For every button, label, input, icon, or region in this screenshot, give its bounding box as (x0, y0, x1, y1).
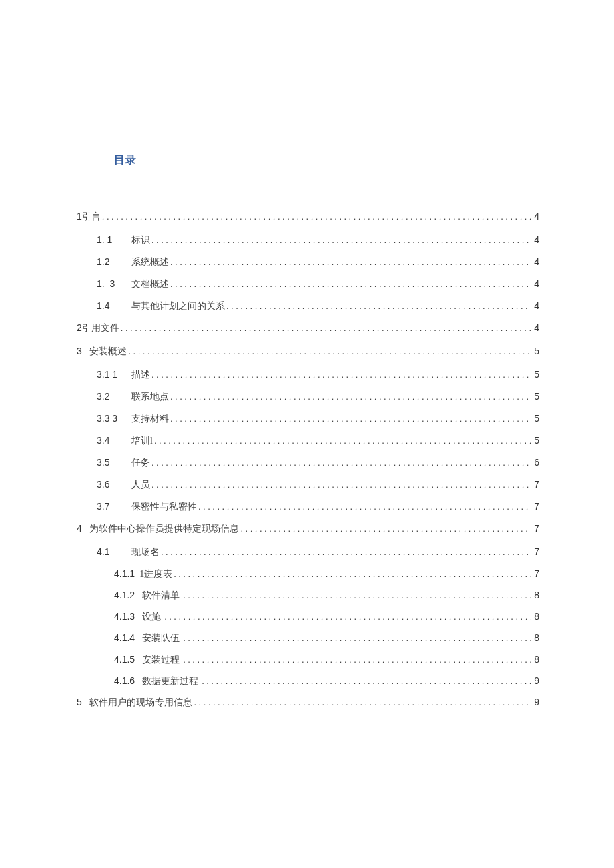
toc-entry-page: 5 (531, 436, 539, 445)
toc-leader-dots (163, 612, 531, 621)
toc-leader-dots (182, 634, 531, 642)
toc-entry-page: 8 (531, 633, 539, 642)
document-page: 目录 1引言41. 1标识41.2系统概述41. 3文档概述41.4与其他计划之… (0, 0, 614, 868)
toc-entry-page: 7 (531, 524, 539, 533)
toc-entry: 1.2系统概述4 (77, 257, 539, 267)
toc-entry-number: 4.1.3 (114, 612, 135, 621)
toc-entry-page: 7 (531, 569, 539, 578)
toc-entry-number: 1. 3 (97, 279, 131, 288)
toc-entry-page: 6 (531, 458, 539, 467)
toc-entry-number: 4.1.1 (114, 569, 135, 578)
toc-entry: 3.5任务6 (77, 458, 539, 468)
toc-entry-label: 描述 (131, 370, 150, 380)
toc-entry: 1. 3文档概述4 (77, 279, 539, 289)
toc-entry-page: 4 (531, 301, 539, 310)
toc-entry: 4.1.5 安装过程 8 (77, 655, 539, 665)
toc-entry-label: 与其他计划之间的关系 (131, 302, 225, 311)
toc-entry-label: 保密性与私密性 (131, 502, 197, 512)
toc-entry-number: 4.1.5 (114, 655, 135, 664)
toc-entry-page: 8 (531, 590, 539, 600)
toc-entry: 4.1.6 数据更新过程 9 (77, 676, 539, 686)
toc-entry-label: 设施 (135, 612, 163, 622)
toc-entry-page: 8 (531, 612, 539, 621)
toc-entry: 4.1.1 1进度表7 (77, 569, 539, 579)
toc-entry-number: 3.4 (97, 436, 131, 445)
toc-entry-label: 数据更新过程 (135, 677, 200, 686)
toc-entry-number: 4.1.2 (114, 590, 135, 600)
toc-entry-page: 7 (531, 502, 539, 511)
toc-entry-number: 5 (77, 697, 89, 707)
toc-entry-page: 5 (531, 370, 539, 379)
toc-entry-page: 5 (531, 346, 539, 356)
toc-entry: 3.6人员7 (77, 480, 539, 490)
toc-entry-label: 引言 (82, 212, 101, 222)
toc-entry-label: 系统概述 (131, 258, 169, 267)
toc-entry: 4.1.2 软件清单 8 (77, 590, 539, 600)
toc-entry-page: 4 (531, 279, 539, 288)
toc-entry-page: 4 (531, 323, 539, 332)
toc-entry: 3.3 3支持材料5 (77, 414, 539, 424)
toc-entry-label: 现场名 (131, 548, 160, 557)
toc-entry-number: 3.6 (97, 480, 131, 489)
toc-entry-page: 9 (531, 676, 539, 685)
toc-entry: 5 软件用户的现场专用信息9 (77, 697, 539, 707)
toc-entry-page: 5 (531, 392, 539, 401)
toc-entry-number: 3.5 (97, 458, 131, 467)
toc-heading: 目录 (114, 153, 539, 167)
toc-entry: 3.7保密性与私密性7 (77, 502, 539, 512)
toc-entry-label: 引用文件 (82, 324, 119, 333)
toc-entry: 2引用文件4 (77, 323, 539, 333)
toc-entry-page: 4 (531, 235, 539, 244)
toc-entry-label: 支持材料 (131, 414, 169, 424)
toc-entry: 4.1现场名7 (77, 547, 539, 557)
toc-entry-label: 联系地点 (131, 392, 169, 402)
toc-entry-label: 软件清单 (135, 591, 182, 600)
toc-list: 1引言41. 1标识41.2系统概述41. 3文档概述41.4与其他计划之间的关… (77, 211, 539, 707)
toc-entry-number: 2 (77, 323, 82, 332)
toc-entry-number: 4.1 (97, 547, 131, 556)
toc-entry: 1.4与其他计划之间的关系4 (77, 301, 539, 311)
toc-entry: 4.1.3 设施 8 (77, 612, 539, 622)
toc-entry-label: 人员 (131, 480, 150, 490)
toc-leader-dots (169, 392, 531, 401)
toc-entry-number: 3 (77, 346, 89, 356)
toc-entry-page: 8 (531, 655, 539, 664)
toc-entry: 3.1 1描述5 (77, 370, 539, 380)
toc-leader-dots (101, 212, 531, 221)
toc-entry-number: 3.2 (97, 392, 131, 401)
toc-entry-label: 软件用户的现场专用信息 (89, 698, 192, 707)
toc-entry-page: 9 (531, 697, 539, 707)
toc-entry-page: 7 (531, 547, 539, 556)
toc-leader-dots (160, 548, 531, 556)
toc-leader-dots (150, 236, 531, 244)
toc-leader-dots (150, 370, 531, 379)
toc-leader-dots (172, 570, 531, 578)
toc-leader-dots (197, 502, 531, 511)
toc-leader-dots (192, 698, 531, 707)
toc-entry: 4 为软件中心操作员提供特定现场信息7 (77, 524, 539, 534)
toc-leader-dots (182, 591, 531, 600)
toc-entry: 1. 1标识4 (77, 235, 539, 245)
toc-leader-dots (200, 677, 531, 685)
toc-entry-label: 培训l (131, 436, 153, 446)
toc-entry-page: 4 (531, 257, 539, 266)
toc-entry-number: 1. 1 (97, 235, 131, 244)
toc-entry-number: 4.1.6 (114, 676, 135, 685)
toc-leader-dots (127, 347, 531, 356)
toc-entry-page: 4 (531, 211, 539, 221)
toc-leader-dots (153, 436, 531, 445)
toc-entry-label: 任务 (131, 458, 150, 468)
toc-entry-label: 1进度表 (135, 570, 172, 579)
toc-leader-dots (239, 524, 531, 533)
toc-entry: 3.2联系地点5 (77, 392, 539, 402)
toc-entry-number: 1 (77, 211, 82, 221)
toc-entry-number: 3.3 3 (97, 414, 131, 423)
toc-entry-number: 1.2 (97, 257, 131, 266)
toc-leader-dots (169, 258, 531, 266)
toc-entry-page: 5 (531, 414, 539, 423)
toc-entry-number: 4 (77, 524, 89, 533)
toc-entry-number: 3.7 (97, 502, 131, 511)
toc-entry: 1引言4 (77, 211, 539, 222)
toc-entry: 4.1.4 安装队伍 8 (77, 633, 539, 643)
toc-entry-number: 3.1 1 (97, 370, 131, 379)
